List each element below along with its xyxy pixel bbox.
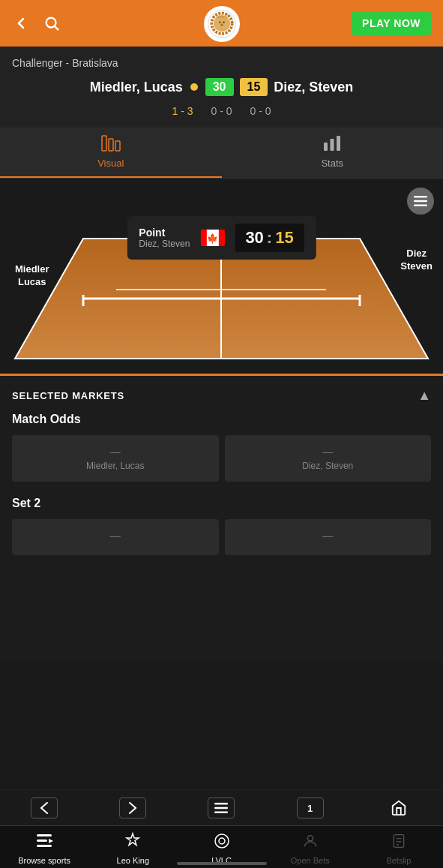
menu-button[interactable]: [407, 188, 434, 215]
court-section: Point Diez, Steven 🍁 30:15 Miedler Lucas…: [0, 179, 443, 374]
market-group-title-1: Match Odds: [12, 413, 431, 426]
player-right-1: Diez: [406, 248, 427, 259]
nav-betslip[interactable]: Betslip: [355, 832, 443, 865]
svg-rect-11: [324, 143, 328, 151]
svg-rect-9: [109, 139, 113, 151]
popup-title: Point: [139, 227, 190, 239]
sys-forward-button[interactable]: [119, 797, 146, 818]
odds-dash-2: —: [322, 446, 333, 458]
back-button[interactable]: [12, 14, 30, 32]
popup-player: Diez, Steven: [139, 239, 190, 249]
svg-rect-12: [331, 139, 334, 151]
leo-king-icon: [124, 832, 142, 854]
sys-home-button[interactable]: [385, 797, 412, 818]
svg-point-0: [46, 18, 56, 28]
top-bar: PLAY NOW: [0, 0, 443, 47]
tab-visual[interactable]: Visual: [0, 128, 222, 178]
match-header: Challenger - Bratislava Miedler, Lucas 3…: [0, 47, 443, 128]
markets-header: SELECTED MARKETS ▲: [0, 376, 443, 413]
sets-row: 1 - 3 0 - 0 0 - 0: [12, 105, 431, 128]
stats-icon: [322, 135, 342, 155]
svg-point-37: [307, 836, 313, 841]
popup-score: 30:15: [235, 224, 304, 252]
markets-title: SELECTED MARKETS: [12, 390, 124, 401]
tournament-name: Challenger - Bratislava: [12, 57, 431, 69]
svg-point-7: [220, 24, 223, 26]
odds-row-2: — —: [12, 519, 431, 555]
tab-visual-label: Visual: [97, 158, 124, 169]
svg-text:🍁: 🍁: [207, 233, 218, 244]
odds-btn-player2[interactable]: — Diez, Steven: [225, 435, 432, 482]
popup-info: Point Diez, Steven: [139, 227, 190, 249]
svg-rect-32: [37, 839, 47, 842]
score-popup: Point Diez, Steven 🍁 30:15: [127, 216, 316, 260]
market-group-match-odds: Match Odds — Miedler, Lucas — Diez, Stev…: [0, 413, 443, 497]
svg-point-5: [219, 22, 220, 23]
tab-stats[interactable]: Stats: [222, 128, 444, 178]
market-group-title-2: Set 2: [12, 497, 431, 510]
player-right-2: Steven: [400, 260, 433, 272]
search-button[interactable]: [43, 15, 60, 32]
popup-colon: :: [267, 228, 272, 247]
svg-rect-14: [414, 196, 427, 198]
tab-stats-label: Stats: [321, 158, 343, 169]
odds-label-2: Diez, Steven: [302, 461, 353, 471]
set-score-1: 1 - 3: [172, 105, 193, 117]
svg-rect-13: [337, 136, 340, 151]
svg-rect-8: [102, 136, 106, 151]
collapse-button[interactable]: ▲: [418, 388, 431, 404]
betslip-icon: [391, 832, 406, 854]
sys-tab-button[interactable]: 1: [297, 797, 324, 818]
odds-btn-set2-2[interactable]: —: [225, 519, 432, 555]
nav-betslip-label: Betslip: [386, 856, 411, 865]
odds-dash-3: —: [110, 530, 121, 542]
nav-lvlc[interactable]: LVLC: [177, 832, 265, 865]
tab-count: 1: [307, 803, 313, 814]
nav-leo-king[interactable]: Leo King: [88, 832, 177, 865]
svg-rect-33: [37, 845, 52, 847]
play-now-button[interactable]: PLAY NOW: [352, 11, 431, 35]
svg-rect-28: [214, 803, 228, 805]
market-group-set2: Set 2 — —: [0, 497, 443, 570]
odds-label-1: Miedler, Lucas: [86, 461, 144, 471]
open-bets-icon: [302, 832, 319, 854]
odds-dash-4: —: [322, 530, 333, 542]
odds-dash-1: —: [110, 446, 121, 458]
score-row: Miedler, Lucas 30 15 Diez, Steven: [12, 78, 431, 96]
sys-menu-button[interactable]: [208, 797, 235, 818]
logo: [204, 6, 240, 42]
lvlc-icon: [213, 832, 231, 854]
svg-point-3: [214, 16, 229, 32]
odds-btn-set2-1[interactable]: —: [12, 519, 219, 555]
home-indicator: [177, 862, 267, 865]
serving-indicator: [190, 83, 198, 91]
nav-browse-sports[interactable]: Browse sports: [0, 832, 88, 865]
flag-canada: 🍁: [200, 230, 224, 246]
svg-rect-16: [414, 205, 427, 207]
odds-row-1: — Miedler, Lucas — Diez, Steven: [12, 435, 431, 482]
court-visual: [0, 179, 443, 374]
tabs-bar: Visual Stats: [0, 128, 443, 179]
player1-name: Miedler, Lucas: [90, 80, 183, 95]
svg-point-35: [215, 834, 229, 848]
player-label-left: Miedler Lucas: [15, 263, 49, 289]
player-label-right: Diez Steven: [400, 248, 433, 273]
sys-back-button[interactable]: [31, 797, 58, 818]
markets-section: SELECTED MARKETS ▲ Match Odds — Miedler,…: [0, 374, 443, 660]
popup-score-left: 30: [245, 228, 263, 247]
svg-rect-30: [214, 812, 228, 814]
odds-btn-player1[interactable]: — Miedler, Lucas: [12, 435, 219, 482]
browse-sports-icon: [35, 832, 53, 854]
top-bar-left: [12, 14, 60, 32]
svg-line-1: [55, 26, 58, 30]
nav-open-bets[interactable]: Open Bets: [266, 832, 355, 865]
player2-name: Diez, Steven: [274, 80, 353, 95]
nav-open-bets-label: Open Bets: [291, 856, 330, 865]
svg-rect-29: [214, 807, 228, 809]
svg-rect-15: [414, 200, 427, 203]
player-left-1: Miedler: [15, 263, 49, 275]
score-badge-2: 15: [240, 78, 268, 96]
popup-score-right: 15: [275, 228, 293, 247]
visual-icon: [101, 135, 121, 155]
svg-marker-34: [49, 839, 53, 843]
